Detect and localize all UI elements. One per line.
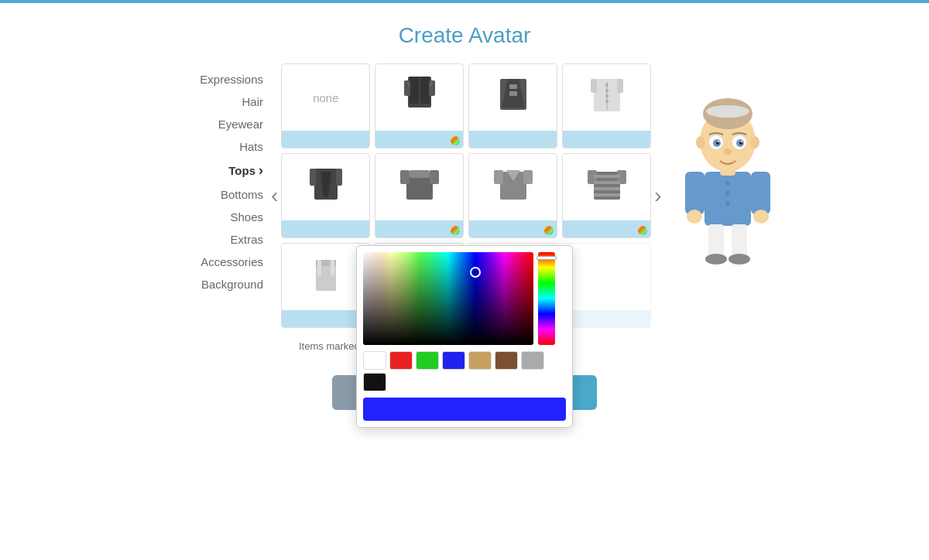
svg-rect-28 [410, 170, 430, 178]
top-icon-7 [580, 162, 634, 213]
svg-rect-39 [594, 193, 620, 196]
preset-black[interactable] [363, 373, 386, 391]
preset-red[interactable] [389, 351, 413, 370]
item-card-none[interactable]: none [281, 63, 370, 149]
item-card-4[interactable] [281, 153, 370, 238]
item-card-5[interactable] [375, 153, 464, 238]
svg-point-15 [605, 89, 608, 92]
preset-tan[interactable] [468, 351, 492, 370]
svg-point-14 [605, 84, 608, 87]
svg-point-51 [725, 191, 730, 196]
color-picker-top [363, 252, 566, 345]
item-card-3[interactable] [562, 63, 651, 149]
svg-rect-36 [594, 175, 620, 178]
hue-slider-handle [536, 256, 557, 260]
top-icon-1 [393, 73, 447, 123]
svg-point-52 [725, 201, 730, 206]
svg-rect-10 [509, 84, 517, 89]
sidebar-item-shoes[interactable]: Shoes [139, 209, 263, 225]
sidebar: Expressions Hair Eyewear Hats Tops Botto… [139, 63, 263, 292]
sidebar-item-hats[interactable]: Hats [139, 138, 263, 155]
none-label: none [313, 91, 338, 104]
next-arrow-button[interactable]: › [654, 182, 661, 210]
svg-point-64 [750, 136, 759, 149]
sidebar-item-background[interactable]: Background [139, 276, 263, 292]
item-card-7[interactable] [562, 153, 651, 238]
content-area: ‹ none [263, 63, 666, 352]
sidebar-item-accessories[interactable]: Accessories [139, 254, 263, 270]
preset-blue[interactable] [442, 351, 465, 370]
svg-point-75 [724, 149, 732, 155]
preset-white[interactable] [363, 351, 386, 370]
item-card-2[interactable] [468, 63, 557, 149]
svg-point-63 [696, 136, 705, 149]
color-picker-popup [356, 245, 573, 428]
svg-rect-1 [410, 77, 419, 104]
avatar [674, 79, 782, 265]
item-card-11[interactable] [562, 243, 651, 328]
sidebar-item-expressions[interactable]: Expressions [139, 71, 263, 87]
selected-color-bar[interactable] [363, 398, 566, 421]
top-icon-4 [299, 162, 353, 213]
svg-rect-38 [594, 187, 620, 190]
avatar-area [666, 63, 790, 265]
prev-arrow-button[interactable]: ‹ [271, 182, 278, 210]
svg-rect-19 [617, 79, 623, 93]
svg-rect-21 [310, 169, 316, 186]
svg-rect-22 [336, 169, 342, 186]
top-icon-5 [393, 162, 447, 213]
color-crosshair [470, 267, 481, 278]
svg-point-74 [741, 141, 742, 142]
svg-point-16 [605, 94, 608, 97]
top-icon-6 [486, 162, 540, 213]
svg-point-56 [753, 210, 769, 224]
svg-point-60 [728, 254, 750, 265]
svg-rect-31 [523, 170, 533, 184]
svg-point-55 [687, 210, 702, 224]
preset-brown[interactable] [495, 351, 518, 370]
hue-slider[interactable] [538, 252, 555, 345]
color-gradient-picker[interactable] [363, 252, 533, 345]
svg-rect-42 [317, 260, 321, 275]
svg-rect-43 [331, 260, 334, 275]
svg-point-73 [718, 141, 719, 142]
preset-green[interactable] [416, 351, 439, 370]
page-title: Create Avatar [0, 0, 929, 63]
svg-rect-2 [420, 77, 430, 104]
top-icon-2 [486, 73, 540, 123]
svg-rect-30 [494, 170, 503, 184]
svg-rect-26 [400, 170, 410, 184]
svg-point-59 [705, 254, 727, 265]
preset-colors [363, 351, 566, 391]
svg-rect-49 [704, 172, 751, 226]
svg-rect-37 [594, 181, 620, 184]
sidebar-item-extras[interactable]: Extras [139, 231, 263, 248]
svg-point-50 [725, 181, 730, 186]
sidebar-item-bottoms[interactable]: Bottoms [139, 186, 263, 203]
svg-point-66 [706, 105, 749, 118]
top-icon-8 [299, 252, 353, 302]
svg-rect-53 [685, 172, 704, 214]
svg-rect-18 [591, 79, 597, 93]
item-card-1[interactable] [375, 63, 464, 149]
svg-rect-54 [751, 172, 770, 214]
sidebar-item-eyewear[interactable]: Eyewear [139, 116, 263, 132]
preset-gray[interactable] [521, 351, 544, 370]
svg-rect-27 [430, 170, 439, 184]
svg-point-17 [605, 100, 608, 103]
top-icon-3 [580, 73, 634, 123]
sidebar-item-tops[interactable]: Tops [139, 161, 263, 180]
svg-rect-11 [509, 91, 517, 96]
sidebar-item-hair[interactable]: Hair [139, 94, 263, 110]
item-card-6[interactable] [468, 153, 557, 238]
